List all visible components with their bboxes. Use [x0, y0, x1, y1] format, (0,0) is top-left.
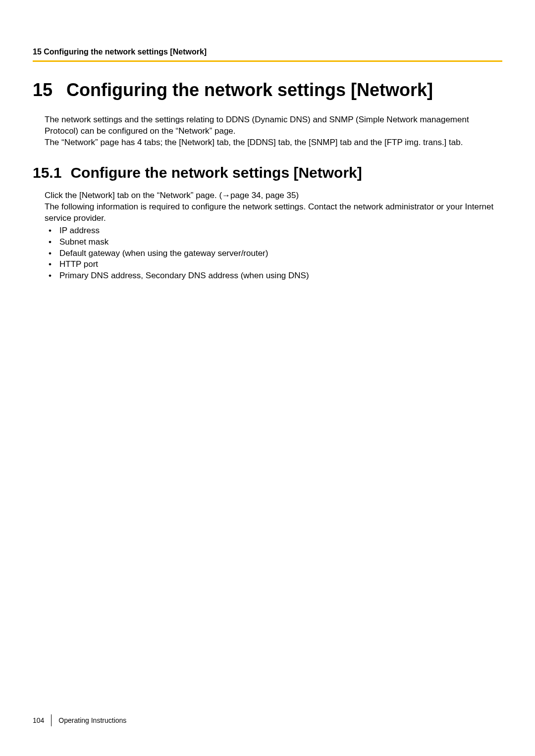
header-rule [33, 60, 502, 62]
footer-doc-title: Operating Instructions [52, 716, 126, 724]
chapter-title: Configuring the network settings [Networ… [66, 80, 433, 101]
list-item: Default gateway (when using the gateway … [45, 248, 502, 259]
page-footer: 104 Operating Instructions [33, 714, 126, 726]
list-item: Subnet mask [45, 237, 502, 248]
intro-paragraph-2: The “Network” page has 4 tabs; the [Netw… [45, 137, 502, 149]
section-number: 15.1 [33, 164, 61, 181]
page-container: 15 Configuring the network settings [Net… [0, 0, 535, 756]
list-item: IP address [45, 225, 502, 237]
intro-paragraph-1: The network settings and the settings re… [45, 114, 502, 137]
running-head: 15 Configuring the network settings [Net… [33, 48, 502, 56]
bullet-list: IP address Subnet mask Default gateway (… [45, 225, 502, 282]
section-heading: 15.1 Configure the network settings [Net… [33, 164, 502, 181]
section-paragraph-1: Click the [Network] tab on the “Network”… [45, 190, 502, 202]
section-body: Click the [Network] tab on the “Network”… [45, 190, 502, 224]
chapter-intro: The network settings and the settings re… [45, 114, 502, 149]
chapter-heading: 15 Configuring the network settings [Net… [33, 80, 502, 101]
chapter-number: 15 [33, 80, 53, 101]
list-item: HTTP port [45, 259, 502, 270]
section-paragraph-2: The following information is required to… [45, 202, 502, 224]
page-number: 104 [33, 714, 52, 726]
list-item: Primary DNS address, Secondary DNS addre… [45, 270, 502, 282]
section-title: Configure the network settings [Network] [70, 164, 362, 181]
